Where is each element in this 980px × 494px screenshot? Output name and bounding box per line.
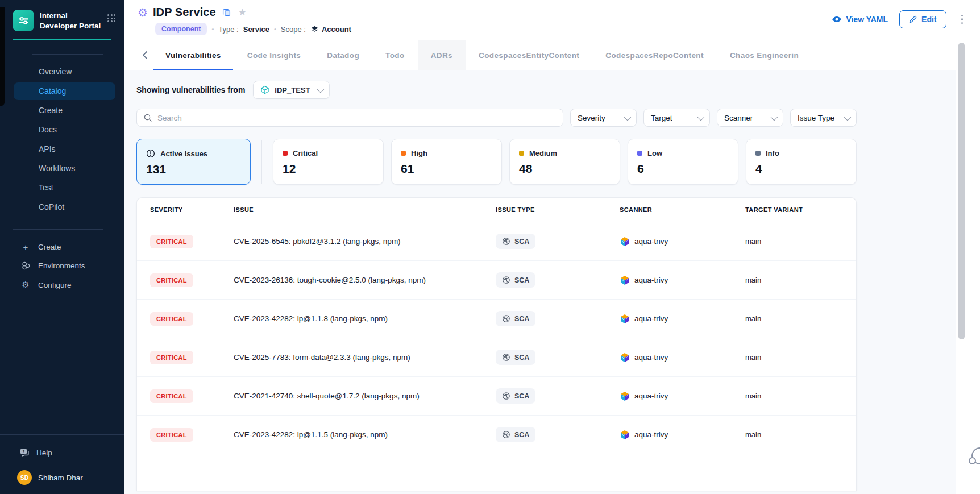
table-row[interactable]: CRITICAL CVE-2023-42282: ip@1.1.8 (lang-…: [137, 300, 856, 338]
sidebar-item-copilot[interactable]: CoPilot: [14, 198, 115, 216]
sidebar-divider: [13, 229, 103, 230]
severity-badge: CRITICAL: [150, 273, 193, 287]
tab-vulnerabilities[interactable]: Vulnerabilities: [152, 40, 234, 70]
user-name: Shibam Dhar: [38, 474, 83, 482]
table-row[interactable]: CRITICAL CVE-2023-26136: tough-cookie@2.…: [137, 261, 856, 300]
column-header-severity: SEVERITY: [137, 206, 234, 213]
tab-code-insights[interactable]: Code Insights: [234, 40, 314, 70]
tab-codespaces-repo-content[interactable]: CodespacesRepoContent: [592, 40, 717, 70]
stat-card-medium[interactable]: Medium 48: [509, 139, 620, 185]
sidebar: Internal Developer Portal Overview Catal…: [0, 0, 124, 494]
trivy-cube-icon: [620, 352, 630, 363]
left-edge-overlay: [0, 7, 5, 106]
table-row[interactable]: CRITICAL CVE-2025-7783: form-data@2.3.3 …: [137, 338, 856, 377]
issue-cell: CVE-2023-42282: ip@1.1.5 (lang-pkgs, npm…: [234, 430, 496, 439]
table-row[interactable]: CRITICAL CVE-2025-6545: pbkdf2@3.1.2 (la…: [137, 222, 856, 261]
sidebar-item-docs[interactable]: Docs: [14, 121, 115, 139]
column-header-target-variant: TARGET VARIANT: [745, 206, 856, 213]
sidebar-action-label: Environments: [38, 261, 85, 270]
table-continuation: [137, 454, 856, 491]
column-header-issue-type: ISSUE TYPE: [496, 206, 620, 213]
table-row[interactable]: CRITICAL CVE-2021-42740: shell-quote@1.7…: [137, 377, 856, 416]
stat-card-high[interactable]: High 61: [391, 139, 502, 185]
sidebar-action-label: Configure: [38, 281, 72, 289]
tabs-scroll-left-button[interactable]: [138, 48, 152, 62]
scrollbar-thumb[interactable]: [958, 43, 965, 339]
feedback-widget-icon[interactable]: [971, 447, 980, 464]
info-dot-icon: [755, 151, 761, 156]
target-filter-dropdown[interactable]: Target: [643, 109, 710, 127]
app-window: Internal Developer Portal Overview Catal…: [0, 0, 980, 494]
issue-type-pill: SCA: [496, 350, 535, 365]
component-gear-icon: ⚙: [138, 7, 148, 18]
brand-logo-icon: [13, 10, 34, 31]
sca-fingerprint-icon: [502, 353, 510, 362]
chevron-down-icon: [844, 113, 852, 121]
sca-fingerprint-icon: [502, 430, 510, 439]
severity-filter-dropdown[interactable]: Severity: [570, 109, 637, 127]
sidebar-action-create[interactable]: + Create: [0, 238, 124, 256]
sidebar-action-configure[interactable]: ⚙ Configure: [0, 275, 124, 294]
low-dot-icon: [637, 151, 642, 156]
sidebar-action-environments[interactable]: Environments: [0, 256, 124, 275]
kebab-menu-icon[interactable]: [958, 13, 967, 27]
chevron-down-icon: [771, 113, 778, 121]
target-variant-cell: main: [745, 353, 856, 362]
stat-card-active-issues[interactable]: Active Issues 131: [136, 139, 251, 185]
sidebar-item-overview[interactable]: Overview: [14, 63, 115, 81]
sidebar-item-catalog[interactable]: Catalog: [14, 82, 115, 100]
project-selector-dropdown[interactable]: IDP_TEST: [253, 81, 330, 99]
apps-grid-icon[interactable]: [107, 14, 116, 22]
entity-kind-badge: Component: [155, 23, 207, 35]
issue-cell: CVE-2023-26136: tough-cookie@2.5.0 (lang…: [234, 276, 496, 284]
stat-card-low[interactable]: Low 6: [628, 139, 738, 185]
table-header-row: SEVERITY ISSUE ISSUE TYPE SCANNER TARGET…: [137, 198, 856, 222]
cube-icon: [260, 85, 269, 94]
trivy-cube-icon: [620, 391, 630, 401]
scanner-cell: aqua-trivy: [620, 391, 745, 401]
sidebar-item-test[interactable]: Test: [14, 179, 115, 197]
favorite-star-button[interactable]: ★: [237, 7, 248, 17]
user-menu[interactable]: SD Shibam Dhar: [0, 460, 124, 494]
copy-name-button[interactable]: [221, 8, 232, 16]
alert-circle-icon: [146, 149, 155, 158]
gear-icon: ⚙: [20, 280, 31, 290]
issue-cell: CVE-2021-42740: shell-quote@1.7.2 (lang-…: [234, 392, 496, 400]
scanner-filter-dropdown[interactable]: Scanner: [717, 109, 783, 127]
edit-button[interactable]: Edit: [899, 10, 946, 28]
stat-value: 48: [519, 162, 620, 176]
stat-label: Critical: [293, 149, 318, 157]
pencil-icon: [909, 15, 917, 23]
project-selector-value: IDP_TEST: [275, 86, 310, 94]
eye-icon: [832, 16, 842, 23]
issue-type-filter-dropdown[interactable]: Issue Type: [790, 109, 857, 127]
stat-label: Low: [647, 149, 662, 157]
search-input[interactable]: [157, 114, 557, 122]
filter-label: Scanner: [724, 114, 753, 122]
view-yaml-button[interactable]: View YAML: [832, 15, 888, 24]
issue-type-pill: SCA: [496, 311, 535, 326]
vulnerabilities-table: SEVERITY ISSUE ISSUE TYPE SCANNER TARGET…: [136, 197, 857, 491]
sca-fingerprint-icon: [502, 276, 510, 284]
tab-adrs[interactable]: ADRs: [418, 40, 466, 70]
chevron-down-icon: [317, 85, 325, 93]
sidebar-item-create[interactable]: Create: [14, 102, 115, 119]
tab-chaos-engineering[interactable]: Chaos Engineerin: [717, 40, 812, 70]
tab-datadog[interactable]: Datadog: [314, 40, 372, 70]
filter-label: Target: [651, 114, 672, 122]
sidebar-bottom: Help SD Shibam Dhar: [0, 434, 124, 494]
filter-label: Severity: [578, 114, 605, 122]
sca-fingerprint-icon: [502, 392, 510, 400]
sidebar-item-apis[interactable]: APIs: [14, 140, 115, 158]
help-button[interactable]: Help: [0, 435, 124, 460]
sidebar-item-workflows[interactable]: Workflows: [14, 160, 115, 177]
tab-todo[interactable]: Todo: [372, 40, 418, 70]
issue-type-pill: SCA: [496, 388, 535, 404]
type-label: Type :: [218, 25, 238, 34]
table-row[interactable]: CRITICAL CVE-2023-42282: ip@1.1.5 (lang-…: [137, 416, 856, 454]
tab-codespaces-entity-content[interactable]: CodespacesEntityContent: [466, 40, 592, 70]
main-area: ⚙ IDP Service ★ Component • Type : Servi…: [124, 0, 980, 494]
scanner-cell: aqua-trivy: [620, 430, 745, 440]
stat-card-info[interactable]: Info 4: [746, 139, 857, 185]
stat-card-critical[interactable]: Critical 12: [273, 139, 384, 185]
